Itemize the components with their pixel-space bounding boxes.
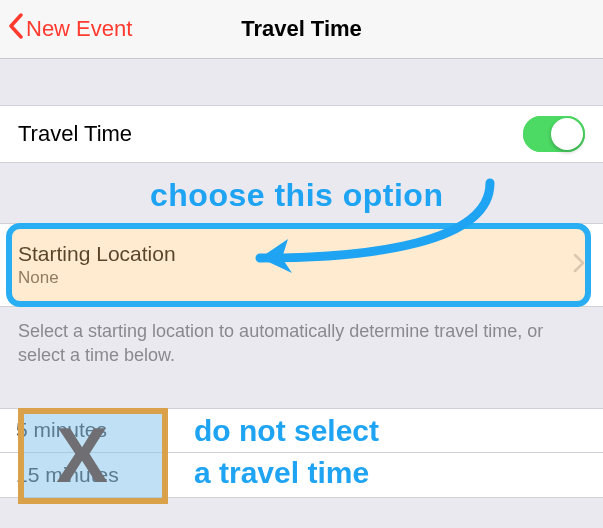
time-option-label: 5 minutes (16, 418, 107, 442)
starting-location-wrap: Starting Location None (0, 223, 603, 307)
hint-text: Select a starting location to automatica… (0, 307, 603, 368)
chevron-left-icon (8, 13, 26, 45)
travel-time-row: Travel Time (0, 105, 603, 163)
starting-location-row[interactable]: Starting Location None (0, 223, 603, 307)
starting-location-value: None (18, 268, 176, 288)
back-button[interactable]: New Event (0, 13, 132, 45)
annotation-choose-text: choose this option (150, 177, 443, 214)
travel-time-label: Travel Time (18, 121, 132, 147)
time-option-label: 15 minutes (16, 463, 119, 487)
nav-bar: New Event Travel Time (0, 0, 603, 59)
starting-location-labels: Starting Location None (18, 242, 176, 288)
annotation-do-not-select: do not select a travel time (194, 410, 379, 494)
spacer (0, 368, 603, 408)
travel-time-switch[interactable] (523, 116, 585, 152)
annotation-choose-wrap: choose this option (0, 163, 603, 223)
chevron-right-icon (573, 253, 585, 277)
starting-location-title: Starting Location (18, 242, 176, 266)
switch-knob (551, 118, 583, 150)
spacer (0, 59, 603, 105)
time-options-group: X do not select a travel time 5 minutes … (18, 408, 603, 498)
back-label: New Event (26, 16, 132, 42)
annotation-do-not-line1: do not select (194, 410, 379, 452)
annotation-do-not-line2: a travel time (194, 452, 379, 494)
